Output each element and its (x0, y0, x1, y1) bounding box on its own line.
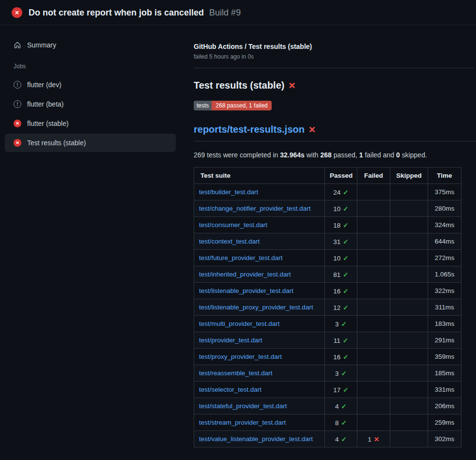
suite-cell: test/stream_provider_test.dart (194, 414, 325, 431)
warning-glyph: ! (16, 102, 18, 107)
passed-cell: 11✓ (325, 332, 357, 349)
suite-link[interactable]: test/consumer_test.dart (199, 221, 267, 229)
check-icon: ✓ (341, 403, 347, 410)
skipped-cell (390, 299, 428, 316)
build-number: Build #9 (209, 8, 241, 18)
check-icon: ✓ (343, 353, 348, 361)
failed-cell (357, 266, 390, 283)
divider (194, 68, 474, 68)
passed-count: 8 (335, 419, 339, 427)
results-table-body: test/builder_test.dart 24✓ 375ms test/ch… (194, 184, 461, 447)
passed-cell: 81✓ (325, 266, 357, 283)
skipped-cell (390, 332, 428, 349)
sidebar-item-flutter-beta[interactable]: ! flutter (beta) (5, 95, 176, 113)
check-icon: ✓ (343, 238, 348, 245)
suite-cell: test/future_provider_test.dart (194, 250, 325, 266)
time-cell: 359ms (428, 349, 461, 365)
time-cell: 644ms (428, 233, 461, 250)
sidebar-item-label: flutter (dev) (27, 81, 61, 89)
suite-link[interactable]: test/selector_test.dart (199, 386, 261, 393)
failed-x-icon: ✕ (308, 125, 316, 135)
suite-link[interactable]: test/listenable_provider_test.dart (199, 287, 293, 294)
suite-link[interactable]: test/inherited_provider_test.dart (199, 271, 291, 278)
section-title: Test results (stable)✕ (194, 80, 462, 91)
passed-count: 11 (334, 337, 340, 344)
passed-count: 18 (333, 222, 340, 229)
failed-cell (357, 217, 390, 233)
report-link[interactable]: reports/test-results.json (194, 124, 305, 135)
passed-cell: 18✓ (325, 217, 357, 233)
summary-part: passed, (332, 151, 359, 159)
skipped-cell (390, 233, 428, 250)
x-glyph: ✕ (15, 121, 19, 126)
suite-cell: test/context_test.dart (194, 233, 325, 250)
suite-link[interactable]: test/stateful_provider_test.dart (199, 402, 287, 410)
breadcrumb: GitHub Actions / Test results (stable) (194, 43, 462, 50)
x-glyph: ✕ (15, 140, 19, 145)
failed-cell (357, 233, 390, 250)
passed-count: 17 (333, 386, 340, 394)
passed-cell: 24✓ (325, 184, 357, 200)
suite-link[interactable]: test/future_provider_test.dart (199, 254, 283, 261)
suite-link[interactable]: test/builder_test.dart (199, 188, 258, 196)
suite-link[interactable]: test/multi_provider_test.dart (199, 320, 280, 327)
passed-count: 81 (333, 271, 340, 278)
check-icon: ✓ (343, 222, 348, 229)
suite-link[interactable]: test/value_listenable_provider_test.dart (199, 435, 313, 443)
table-row: test/provider_test.dart 11✓ 291ms (194, 332, 461, 349)
suite-link[interactable]: test/proxy_provider_test.dart (199, 353, 282, 360)
failed-cell (357, 398, 390, 414)
badge-value: 268 passed, 1 failed (212, 101, 271, 110)
summary-text: 269 tests were completed in 32.964s with… (194, 151, 462, 159)
table-row: test/reassemble_test.dart 3✓ 185ms (194, 365, 461, 382)
home-icon (14, 41, 21, 49)
col-header-time: Time (428, 168, 461, 184)
suite-link[interactable]: test/reassemble_test.dart (199, 369, 273, 377)
passed-cell: 10✓ (325, 250, 357, 266)
skipped-cell (390, 184, 428, 200)
time-cell: 259ms (428, 414, 461, 431)
table-row: test/proxy_provider_test.dart 16✓ 359ms (194, 349, 461, 365)
table-row: test/listenable_provider_test.dart 16✓ 3… (194, 283, 461, 299)
passed-cell: 16✓ (325, 349, 357, 365)
failed-cell (357, 200, 390, 217)
skipped-cell (390, 316, 428, 332)
status-line: failed 5 hours ago in 0s (194, 53, 462, 60)
failed-count: 1 (368, 436, 372, 443)
failed-cell (357, 414, 390, 431)
table-row: test/stream_provider_test.dart 8✓ 259ms (194, 414, 461, 431)
suite-link[interactable]: test/context_test.dart (199, 238, 260, 245)
col-header-test-suite: Test suite (194, 168, 325, 184)
suite-cell: test/provider_test.dart (194, 332, 325, 349)
passed-count: 12 (333, 304, 340, 311)
suite-link[interactable]: test/provider_test.dart (199, 337, 262, 344)
sidebar-item-flutter-dev[interactable]: ! flutter (dev) (5, 76, 176, 94)
passed-cell: 3✓ (325, 365, 357, 382)
passed-count: 4 (335, 436, 339, 443)
failed-cell: 1✕ (357, 431, 390, 447)
table-row: test/context_test.dart 31✓ 644ms (194, 233, 461, 250)
failed-cell (357, 299, 390, 316)
summary-failed-count: 1 (359, 151, 363, 159)
warning-icon: ! (14, 81, 21, 89)
suite-cell: test/multi_provider_test.dart (194, 316, 325, 332)
section-title-text: Test results (stable) (194, 80, 284, 91)
passed-cell: 10✓ (325, 200, 357, 217)
failed-status-icon: ✕ (14, 120, 21, 127)
skipped-cell (390, 365, 428, 382)
table-row: test/inherited_provider_test.dart 81✓ 1.… (194, 266, 461, 283)
check-icon: ✓ (343, 271, 348, 278)
passed-cell: 31✓ (325, 233, 357, 250)
passed-count: 24 (333, 189, 340, 196)
suite-link[interactable]: test/change_notifier_provider_test.dart (199, 205, 310, 212)
time-cell: 375ms (428, 184, 461, 200)
suite-link[interactable]: test/listenable_proxy_provider_test.dart (199, 304, 313, 311)
suite-link[interactable]: test/stream_provider_test.dart (199, 419, 286, 426)
sidebar-item-flutter-stable[interactable]: ✕ flutter (stable) (5, 114, 176, 133)
suite-cell: test/value_listenable_provider_test.dart (194, 431, 325, 447)
passed-cell: 16✓ (325, 283, 357, 299)
sidebar-item-test-results-stable[interactable]: ✕ Test results (stable) (5, 134, 176, 152)
sidebar-item-summary[interactable]: Summary (5, 36, 176, 54)
skipped-cell (390, 250, 428, 266)
failed-cell (357, 382, 390, 398)
